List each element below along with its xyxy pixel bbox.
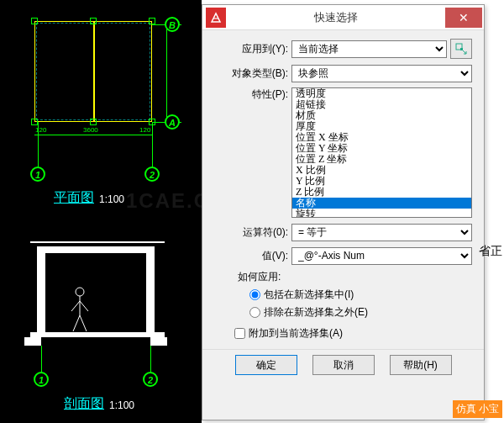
axis-label-s1: 1 (34, 372, 49, 387)
operator-label: 运算符(0): (214, 225, 291, 240)
close-button[interactable]: ✕ (445, 8, 482, 28)
how-apply-label: 如何应用: (238, 270, 472, 284)
radio-exclude-label: 排除在新选择集之外(E) (264, 305, 368, 320)
axis-label-a: A (165, 114, 180, 130)
corner-badge: 仿真 小宝 (453, 400, 502, 418)
value-label: 值(V): (214, 249, 291, 263)
side-text: 省正 (479, 244, 502, 259)
titlebar[interactable]: 快速选择 ✕ (202, 5, 484, 30)
operator-select[interactable]: = 等于 (291, 224, 472, 241)
property-item[interactable]: Z 比例 (292, 187, 471, 198)
obj-type-select[interactable]: 块参照 (291, 65, 472, 82)
watermark: 1CAE.C (126, 189, 210, 213)
radio-include-label: 包括在新选择集中(I) (264, 288, 354, 302)
plan-scale: 1:100 (99, 193, 124, 205)
apply-to-select[interactable]: 当前选择 (291, 40, 447, 58)
axis-label-s2: 2 (143, 372, 158, 387)
section-view (22, 240, 181, 378)
property-item[interactable]: 名称 (292, 198, 471, 209)
svg-line-4 (73, 315, 80, 331)
cancel-button[interactable]: 取消 (312, 355, 375, 375)
axis-label-2: 2 (144, 167, 160, 182)
svg-rect-8 (460, 48, 463, 50)
svg-line-2 (71, 301, 80, 311)
apply-to-label: 应用到(Y): (214, 42, 291, 56)
ok-button[interactable]: 确定 (235, 355, 297, 375)
help-button[interactable]: 帮助(H) (390, 355, 452, 375)
cad-canvas: 1CAE.C 3600 120 120 B A 1 2 平面图 1:100 (0, 0, 202, 423)
section-title: 剖面图 (64, 395, 104, 413)
dialog-title: 快速选择 (226, 10, 445, 25)
svg-point-0 (76, 288, 84, 296)
radio-include[interactable] (249, 289, 260, 300)
property-list[interactable]: 透明度超链接材质厚度位置 X 坐标位置 Y 坐标位置 Z 坐标X 比例Y 比例Z… (291, 87, 472, 218)
axis-label-b: B (165, 17, 180, 32)
plan-view: 3600 120 120 (22, 17, 181, 147)
app-icon (206, 8, 226, 28)
svg-line-3 (80, 301, 88, 311)
quick-select-dialog: 快速选择 ✕ 应用到(Y): 当前选择 对象类型(B): 块参照 特性(P): … (202, 4, 485, 420)
append-checkbox[interactable] (234, 328, 245, 339)
svg-line-5 (80, 315, 87, 331)
append-label: 附加到当前选择集(A) (249, 326, 343, 341)
property-label: 特性(P): (214, 87, 291, 102)
obj-type-label: 对象类型(B): (214, 66, 291, 81)
section-scale: 1:100 (109, 399, 134, 411)
plan-title: 平面图 (54, 189, 94, 207)
value-select[interactable]: _@°-Axis Num (291, 247, 472, 265)
radio-exclude[interactable] (249, 307, 260, 318)
property-item[interactable]: 超链接 (292, 99, 471, 110)
axis-label-1: 1 (30, 167, 45, 182)
pick-objects-button[interactable] (450, 39, 472, 59)
property-item[interactable]: 旋转 (292, 209, 471, 218)
figure-icon (68, 286, 92, 332)
property-item[interactable]: 材质 (292, 110, 471, 121)
